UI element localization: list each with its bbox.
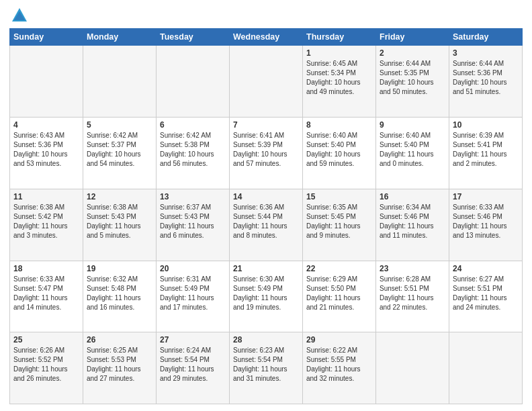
day-info: Sunrise: 6:40 AMSunset: 5:40 PMDaylight:… bbox=[306, 131, 372, 169]
day-number: 1 bbox=[306, 48, 372, 58]
day-info: Sunrise: 6:42 AMSunset: 5:37 PMDaylight:… bbox=[87, 131, 152, 169]
day-info: Sunrise: 6:44 AMSunset: 5:35 PMDaylight:… bbox=[380, 59, 445, 97]
page: SundayMondayTuesdayWednesdayThursdayFrid… bbox=[0, 0, 532, 411]
day-cell: 11Sunrise: 6:38 AMSunset: 5:42 PMDayligh… bbox=[10, 189, 83, 261]
day-cell: 29Sunrise: 6:22 AMSunset: 5:55 PMDayligh… bbox=[303, 332, 376, 404]
day-info: Sunrise: 6:28 AMSunset: 5:51 PMDaylight:… bbox=[380, 275, 445, 312]
day-number: 5 bbox=[87, 120, 152, 130]
day-number: 11 bbox=[13, 192, 79, 201]
day-cell bbox=[376, 332, 449, 404]
day-info: Sunrise: 6:33 AMSunset: 5:46 PMDaylight:… bbox=[453, 203, 519, 240]
day-cell bbox=[10, 46, 83, 118]
day-info: Sunrise: 6:40 AMSunset: 5:40 PMDaylight:… bbox=[380, 131, 445, 169]
day-number: 24 bbox=[453, 264, 519, 273]
day-number: 22 bbox=[306, 264, 372, 273]
day-info: Sunrise: 6:39 AMSunset: 5:41 PMDaylight:… bbox=[453, 131, 519, 169]
calendar-table: SundayMondayTuesdayWednesdayThursdayFrid… bbox=[9, 28, 523, 404]
day-number: 21 bbox=[233, 264, 299, 273]
week-row-4: 18Sunrise: 6:33 AMSunset: 5:47 PMDayligh… bbox=[10, 261, 523, 332]
day-info: Sunrise: 6:34 AMSunset: 5:46 PMDaylight:… bbox=[380, 203, 445, 240]
day-number: 18 bbox=[13, 264, 79, 273]
day-number: 15 bbox=[306, 192, 372, 201]
day-info: Sunrise: 6:36 AMSunset: 5:44 PMDaylight:… bbox=[233, 203, 299, 240]
day-info: Sunrise: 6:38 AMSunset: 5:42 PMDaylight:… bbox=[13, 203, 79, 240]
logo-triangle-icon bbox=[12, 8, 27, 21]
week-row-1: 1Sunrise: 6:45 AMSunset: 5:34 PMDaylight… bbox=[10, 46, 523, 118]
day-info: Sunrise: 6:23 AMSunset: 5:54 PMDaylight:… bbox=[233, 346, 299, 383]
day-cell: 25Sunrise: 6:26 AMSunset: 5:52 PMDayligh… bbox=[10, 332, 83, 404]
day-number: 20 bbox=[160, 264, 226, 273]
day-cell: 17Sunrise: 6:33 AMSunset: 5:46 PMDayligh… bbox=[449, 189, 523, 261]
day-number: 16 bbox=[380, 192, 445, 201]
day-cell: 23Sunrise: 6:28 AMSunset: 5:51 PMDayligh… bbox=[376, 261, 449, 332]
logo bbox=[9, 9, 27, 24]
day-cell: 7Sunrise: 6:41 AMSunset: 5:39 PMDaylight… bbox=[230, 118, 303, 189]
day-cell: 4Sunrise: 6:43 AMSunset: 5:36 PMDaylight… bbox=[10, 118, 83, 189]
day-cell: 24Sunrise: 6:27 AMSunset: 5:51 PMDayligh… bbox=[449, 261, 523, 332]
day-number: 2 bbox=[380, 48, 445, 58]
day-number: 7 bbox=[233, 120, 299, 130]
day-cell: 9Sunrise: 6:40 AMSunset: 5:40 PMDaylight… bbox=[376, 118, 449, 189]
day-cell bbox=[230, 46, 303, 118]
day-info: Sunrise: 6:38 AMSunset: 5:43 PMDaylight:… bbox=[87, 203, 152, 240]
day-cell: 16Sunrise: 6:34 AMSunset: 5:46 PMDayligh… bbox=[376, 189, 449, 261]
header-cell-thursday: Thursday bbox=[303, 29, 376, 46]
header-cell-tuesday: Tuesday bbox=[157, 29, 230, 46]
header-cell-wednesday: Wednesday bbox=[230, 29, 303, 46]
week-row-5: 25Sunrise: 6:26 AMSunset: 5:52 PMDayligh… bbox=[10, 332, 523, 404]
day-cell: 2Sunrise: 6:44 AMSunset: 5:35 PMDaylight… bbox=[376, 46, 449, 118]
day-number: 12 bbox=[87, 192, 152, 201]
day-number: 23 bbox=[380, 264, 445, 273]
header-cell-monday: Monday bbox=[83, 29, 157, 46]
header-cell-saturday: Saturday bbox=[449, 29, 523, 46]
day-info: Sunrise: 6:37 AMSunset: 5:43 PMDaylight:… bbox=[160, 203, 226, 240]
day-info: Sunrise: 6:25 AMSunset: 5:53 PMDaylight:… bbox=[87, 346, 152, 383]
day-cell: 8Sunrise: 6:40 AMSunset: 5:40 PMDaylight… bbox=[303, 118, 376, 189]
day-cell: 20Sunrise: 6:31 AMSunset: 5:49 PMDayligh… bbox=[157, 261, 230, 332]
day-number: 9 bbox=[380, 120, 445, 130]
day-cell: 28Sunrise: 6:23 AMSunset: 5:54 PMDayligh… bbox=[230, 332, 303, 404]
header-cell-friday: Friday bbox=[376, 29, 449, 46]
day-info: Sunrise: 6:32 AMSunset: 5:48 PMDaylight:… bbox=[87, 275, 152, 312]
day-info: Sunrise: 6:41 AMSunset: 5:39 PMDaylight:… bbox=[233, 131, 299, 169]
day-cell: 1Sunrise: 6:45 AMSunset: 5:34 PMDaylight… bbox=[303, 46, 376, 118]
day-cell: 5Sunrise: 6:42 AMSunset: 5:37 PMDaylight… bbox=[83, 118, 157, 189]
day-info: Sunrise: 6:22 AMSunset: 5:55 PMDaylight:… bbox=[306, 346, 372, 383]
day-number: 14 bbox=[233, 192, 299, 201]
day-info: Sunrise: 6:31 AMSunset: 5:49 PMDaylight:… bbox=[160, 275, 226, 312]
day-cell: 22Sunrise: 6:29 AMSunset: 5:50 PMDayligh… bbox=[303, 261, 376, 332]
day-cell: 3Sunrise: 6:44 AMSunset: 5:36 PMDaylight… bbox=[449, 46, 523, 118]
day-info: Sunrise: 6:43 AMSunset: 5:36 PMDaylight:… bbox=[13, 131, 79, 169]
day-info: Sunrise: 6:26 AMSunset: 5:52 PMDaylight:… bbox=[13, 346, 79, 383]
day-number: 8 bbox=[306, 120, 372, 130]
day-cell: 26Sunrise: 6:25 AMSunset: 5:53 PMDayligh… bbox=[83, 332, 157, 404]
day-cell bbox=[83, 46, 157, 118]
day-number: 25 bbox=[13, 335, 79, 345]
day-number: 4 bbox=[13, 120, 79, 130]
day-info: Sunrise: 6:29 AMSunset: 5:50 PMDaylight:… bbox=[306, 275, 372, 312]
day-number: 13 bbox=[160, 192, 226, 201]
day-number: 10 bbox=[453, 120, 519, 130]
day-info: Sunrise: 6:42 AMSunset: 5:38 PMDaylight:… bbox=[160, 131, 226, 169]
day-cell: 19Sunrise: 6:32 AMSunset: 5:48 PMDayligh… bbox=[83, 261, 157, 332]
day-info: Sunrise: 6:45 AMSunset: 5:34 PMDaylight:… bbox=[306, 59, 372, 97]
day-cell: 27Sunrise: 6:24 AMSunset: 5:54 PMDayligh… bbox=[157, 332, 230, 404]
header-row: SundayMondayTuesdayWednesdayThursdayFrid… bbox=[10, 29, 523, 46]
day-cell: 13Sunrise: 6:37 AMSunset: 5:43 PMDayligh… bbox=[157, 189, 230, 261]
header-cell-sunday: Sunday bbox=[10, 29, 83, 46]
week-row-2: 4Sunrise: 6:43 AMSunset: 5:36 PMDaylight… bbox=[10, 118, 523, 189]
day-cell: 12Sunrise: 6:38 AMSunset: 5:43 PMDayligh… bbox=[83, 189, 157, 261]
day-info: Sunrise: 6:27 AMSunset: 5:51 PMDaylight:… bbox=[453, 275, 519, 312]
day-cell: 15Sunrise: 6:35 AMSunset: 5:45 PMDayligh… bbox=[303, 189, 376, 261]
header bbox=[9, 7, 523, 24]
day-cell: 10Sunrise: 6:39 AMSunset: 5:41 PMDayligh… bbox=[449, 118, 523, 189]
day-info: Sunrise: 6:24 AMSunset: 5:54 PMDaylight:… bbox=[160, 346, 226, 383]
day-number: 26 bbox=[87, 335, 152, 345]
day-cell: 21Sunrise: 6:30 AMSunset: 5:49 PMDayligh… bbox=[230, 261, 303, 332]
day-cell: 6Sunrise: 6:42 AMSunset: 5:38 PMDaylight… bbox=[157, 118, 230, 189]
week-row-3: 11Sunrise: 6:38 AMSunset: 5:42 PMDayligh… bbox=[10, 189, 523, 261]
day-number: 29 bbox=[306, 335, 372, 345]
day-info: Sunrise: 6:44 AMSunset: 5:36 PMDaylight:… bbox=[453, 59, 519, 97]
day-cell bbox=[157, 46, 230, 118]
day-info: Sunrise: 6:33 AMSunset: 5:47 PMDaylight:… bbox=[13, 275, 79, 312]
